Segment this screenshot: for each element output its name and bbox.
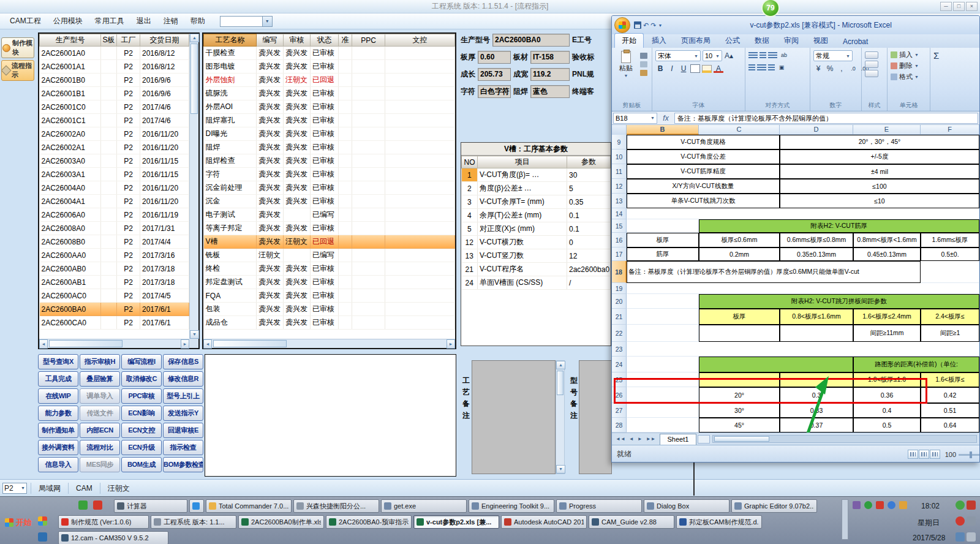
action-button[interactable]: 发送指示Y (163, 406, 203, 421)
model-row[interactable]: 2AC26004A1P22016/11/20 (40, 195, 189, 208)
sheet-cell[interactable]: 间距≥1 (921, 325, 979, 342)
row-header[interactable]: 20 (612, 294, 627, 309)
cut-icon[interactable] (640, 53, 647, 59)
last-sheet-icon[interactable]: ►► (644, 436, 658, 442)
sheet-cell[interactable] (627, 387, 699, 403)
taskbar-button[interactable]: Progress (556, 499, 642, 513)
action-button[interactable]: 指示审核H (80, 354, 120, 369)
save-icon[interactable] (634, 21, 641, 29)
model-row[interactable]: 2AC26002A1P22016/11/20 (40, 141, 189, 154)
sheet-cell[interactable]: V-CUT角度公差 (627, 149, 780, 164)
model-row[interactable]: 2AC2600AA0P22017/3/16 (40, 249, 189, 262)
model-row[interactable]: 2AC26001A1P22016/8/12 (40, 60, 189, 74)
process-row[interactable]: 包装龚兴发龚兴发已审核 (204, 303, 455, 316)
sheet-cell[interactable]: 筋厚 (627, 247, 699, 261)
model-horizontal-scrollbar[interactable]: ◄ ► (39, 339, 189, 348)
ribbon-tab[interactable]: 页面布局 (674, 34, 717, 48)
sheet-cell[interactable]: 板厚 (627, 233, 699, 247)
action-button[interactable]: ECN升级 (121, 440, 162, 455)
field-value[interactable]: 119.2 (530, 68, 570, 81)
sheet-cell[interactable] (627, 357, 699, 372)
sheet-cell[interactable]: +/-5度 (780, 149, 979, 164)
menu-item[interactable]: 常用工具 (89, 13, 130, 29)
sheet-cell[interactable]: 0.37 (780, 418, 853, 433)
field-value[interactable]: 2AC2600BA0 (492, 34, 570, 47)
menu-item[interactable]: 公用模块 (47, 13, 89, 29)
row-header[interactable]: 14 (612, 208, 627, 219)
vslot-row[interactable]: 13V-CUT竖刀数12 (462, 249, 611, 263)
remark-scrollbar[interactable]: ▲ ▼ (556, 360, 565, 474)
taskbar-button[interactable]: CAM_Guide v2.88 (589, 515, 674, 529)
action-button[interactable]: 叠层验算 (80, 371, 120, 387)
copy-icon[interactable] (640, 61, 647, 67)
sheet-cell[interactable] (780, 372, 853, 387)
sheet-cell[interactable] (627, 208, 979, 219)
model-remark-textarea[interactable] (579, 360, 612, 474)
row-header[interactable]: 18 (612, 261, 627, 283)
align-top-icon[interactable] (748, 52, 758, 59)
sheet-cell[interactable]: 0.4 (853, 403, 921, 418)
model-row[interactable]: 2AC26006A0P22016/11/19 (40, 208, 189, 222)
sheet-cell[interactable]: ≤100 (780, 179, 979, 194)
office-button[interactable] (614, 17, 630, 33)
process-row[interactable]: 阻焊塞孔龚兴发龚兴发已审核 (204, 114, 455, 127)
model-row[interactable]: 2AC2600AB1P22017/3/18 (40, 276, 189, 289)
tray-icon[interactable] (899, 501, 907, 509)
column-header[interactable]: 状态 (311, 34, 339, 47)
column-header[interactable]: F (921, 125, 979, 135)
action-button[interactable]: 能力参数 (38, 406, 78, 421)
model-row[interactable]: 2AC26003A0P22016/11/15 (40, 154, 189, 168)
tray-icon[interactable] (864, 501, 872, 509)
row-header[interactable]: 10 (612, 149, 627, 164)
column-header[interactable]: 编写 (257, 34, 284, 47)
cam-quicklaunch-icon[interactable] (38, 532, 47, 542)
sheet-cell[interactable] (627, 372, 699, 387)
row-header[interactable]: 12 (612, 179, 627, 194)
font-color-icon[interactable]: A (714, 65, 723, 73)
sheet-cell[interactable]: 附表H2: V-CUT筋厚 (699, 219, 979, 233)
minimize-icon[interactable]: ─ (940, 2, 952, 11)
sheet-cell[interactable]: 单条V-CUT线跳刀次数 (627, 194, 780, 208)
action-button[interactable]: 制作通知单 (38, 423, 78, 438)
scroll-thumb[interactable] (213, 340, 287, 347)
action-button[interactable]: 信息导入 (38, 457, 78, 472)
action-button[interactable]: 型号查询X (38, 354, 78, 369)
sheet-cell[interactable]: 0.5 (853, 418, 921, 433)
taskbar-button[interactable]: Engineering Toolkit 9... (469, 499, 554, 513)
ribbon-tab[interactable]: 开始 (614, 33, 644, 48)
column-header[interactable]: S板 (101, 34, 117, 47)
taskbar-button[interactable]: 兴森快捷衡阳分公... (293, 499, 379, 513)
antivirus-tray-icon[interactable] (956, 501, 965, 510)
scroll-thumb[interactable] (49, 340, 123, 347)
row-header[interactable]: 17 (612, 247, 627, 261)
process-row[interactable]: 字符龚兴发龚兴发已审核 (204, 168, 455, 181)
borders-icon[interactable] (690, 64, 700, 73)
field-value[interactable]: 蓝色 (530, 85, 570, 98)
merge-center-icon[interactable]: ▣ (777, 62, 786, 72)
process-row[interactable]: 终检龚兴发龚兴发已审核 (204, 262, 455, 276)
scroll-up-icon[interactable]: ▲ (556, 361, 565, 369)
grow-font-icon[interactable]: A▴ (724, 51, 734, 61)
action-button[interactable]: PPC审核 (121, 388, 162, 404)
action-button[interactable]: 回退审核E (163, 423, 203, 438)
process-row[interactable]: 铣板汪朝文已编写 (204, 249, 455, 262)
action-button[interactable]: 内部ECN (80, 423, 120, 438)
select-all-corner[interactable] (612, 125, 627, 135)
sheet-cell[interactable]: ±4 mil (780, 164, 979, 179)
model-row[interactable]: 2AC2600BA0P22017/6/1 (40, 303, 189, 316)
taskbar-button[interactable]: 2AC2600BA0制作单.xls... (238, 515, 324, 529)
normal-view-icon[interactable] (908, 450, 918, 459)
action-button[interactable]: MES同步 (80, 457, 120, 472)
sheet-cell[interactable] (627, 418, 699, 433)
process-row[interactable]: 硫脲洗龚兴发龚兴发已审核 (204, 87, 455, 100)
row-header[interactable]: 16 (612, 233, 627, 247)
model-row[interactable]: 2AC26001B1P22016/9/6 (40, 87, 189, 100)
vslot-row[interactable]: 1V-CUT角度(β)= …30 (462, 168, 611, 182)
sheet-cell[interactable] (699, 357, 853, 372)
taskbar-button[interactable]: 12.cam - CAM350 V 9.5.2 (58, 531, 168, 544)
sheet-cell[interactable] (627, 309, 699, 325)
zoom-thumb[interactable] (970, 451, 972, 458)
menu-item[interactable]: 退出 (130, 13, 157, 29)
process-row[interactable]: 邦定盘测试龚兴发龚兴发已审核 (204, 276, 455, 289)
model-vertical-scrollbar[interactable]: ▲ ▼ (189, 34, 198, 339)
